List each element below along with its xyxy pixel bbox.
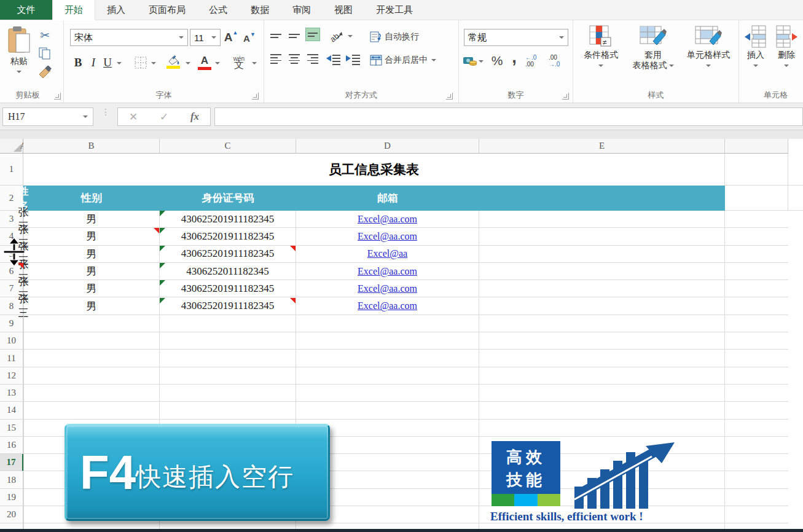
cell-D12[interactable] xyxy=(296,367,479,385)
font-name-combobox[interactable]: 宋体 xyxy=(70,29,188,46)
number-dialog-launcher[interactable] xyxy=(562,93,569,100)
row-header-19[interactable]: 19 xyxy=(0,489,23,506)
cell-F10[interactable] xyxy=(725,332,788,350)
cell-E4[interactable] xyxy=(479,228,725,245)
cell-D7[interactable]: Excel@aa.com xyxy=(296,280,479,297)
ribbon-tab-5[interactable]: 审阅 xyxy=(281,0,323,20)
accounting-caret[interactable] xyxy=(479,60,484,63)
cell-C4[interactable]: 430625201911182345 xyxy=(160,228,296,245)
cell-C6[interactable]: 4306252011182345 xyxy=(160,263,296,280)
cell-title-merged[interactable]: 员工信息采集表 xyxy=(23,154,725,186)
cell-E12[interactable] xyxy=(479,367,725,385)
cell-E5[interactable] xyxy=(479,246,725,263)
cell-C10[interactable] xyxy=(160,332,296,350)
paste-dropdown-caret[interactable] xyxy=(17,71,22,73)
italic-button[interactable]: I xyxy=(87,55,100,71)
cell-styles-button[interactable]: 单元格样式 xyxy=(680,25,737,70)
cell-D10[interactable] xyxy=(296,332,479,350)
number-format-combobox[interactable]: 常规 xyxy=(464,29,568,46)
decrease-font-size-button[interactable]: A▼ xyxy=(241,30,258,46)
cell-B13[interactable] xyxy=(23,385,160,402)
increase-indent-button[interactable] xyxy=(344,52,362,67)
ribbon-tab-6[interactable]: 视图 xyxy=(323,0,364,20)
cell-D9[interactable] xyxy=(296,315,479,332)
row-header-10[interactable]: 10 xyxy=(0,332,23,350)
cell-F12[interactable] xyxy=(725,367,788,385)
cell-C3[interactable]: 430625201911182345 xyxy=(160,211,296,228)
ribbon-tab-2[interactable]: 页面布局 xyxy=(137,0,197,20)
name-box-caret[interactable] xyxy=(83,115,88,118)
conditional-formatting-button[interactable]: ≠ 条件格式 xyxy=(576,25,626,70)
insert-function-button[interactable]: fx xyxy=(190,111,199,123)
font-dialog-launcher[interactable] xyxy=(252,93,259,100)
row-header-18[interactable]: 18 xyxy=(0,472,23,489)
cell-F13[interactable] xyxy=(725,385,788,402)
row-header-15[interactable]: 15 xyxy=(0,420,23,437)
column-header-C[interactable]: C xyxy=(160,139,296,154)
cell-F11[interactable] xyxy=(725,350,788,367)
row-header-1[interactable]: 1 xyxy=(0,154,23,186)
cell-styles-caret[interactable] xyxy=(706,65,711,67)
cell-D14[interactable] xyxy=(296,402,479,419)
cell-D6[interactable]: Excel@aa.com xyxy=(296,263,479,280)
cell-F18[interactable] xyxy=(725,472,788,489)
cell-D13[interactable] xyxy=(296,385,479,402)
cell-C11[interactable] xyxy=(160,350,296,367)
column-header-partial[interactable] xyxy=(725,139,788,154)
cell-B5[interactable]: 男 xyxy=(23,246,160,263)
cell-F6[interactable] xyxy=(725,263,788,280)
ribbon-tab-0[interactable]: 开始 xyxy=(52,0,95,20)
cell-B7[interactable]: 男 xyxy=(23,280,160,297)
underline-caret[interactable] xyxy=(117,62,122,65)
borders-caret[interactable] xyxy=(151,62,156,65)
formula-input[interactable] xyxy=(214,108,803,126)
conditional-formatting-caret[interactable] xyxy=(598,65,603,67)
cell-B9[interactable] xyxy=(23,315,160,332)
font-size-combobox[interactable]: 11 xyxy=(190,29,221,46)
cell-E10[interactable] xyxy=(479,332,725,350)
delete-cells-button[interactable]: 删除 xyxy=(772,25,801,70)
cell-F20[interactable] xyxy=(725,506,788,523)
column-header-D[interactable]: D xyxy=(296,139,479,154)
cell-E9[interactable] xyxy=(479,315,725,332)
delete-cells-caret[interactable] xyxy=(784,65,789,67)
cancel-button[interactable]: ✕ xyxy=(129,111,138,123)
cell-B14[interactable] xyxy=(23,402,160,419)
column-header-E[interactable]: E xyxy=(479,139,725,154)
cell-F15[interactable] xyxy=(725,420,788,437)
cell-C12[interactable] xyxy=(160,367,296,385)
cell-C7[interactable]: 430625201911182345 xyxy=(160,280,296,297)
cell-F14[interactable] xyxy=(725,402,788,419)
cell-C5[interactable]: 430625201911182345 xyxy=(160,246,296,263)
row-header-20[interactable]: 20 xyxy=(0,506,23,523)
align-right-button[interactable] xyxy=(305,52,320,66)
cell-E1[interactable] xyxy=(725,154,788,186)
column-header-B[interactable]: B xyxy=(23,139,160,154)
header-cell-2[interactable]: 身份证号码 xyxy=(160,186,296,211)
row-header-14[interactable]: 14 xyxy=(0,402,23,419)
cut-button[interactable]: ✂ xyxy=(36,28,54,42)
ribbon-tab-3[interactable]: 公式 xyxy=(197,0,239,20)
cell-E7[interactable] xyxy=(479,280,725,297)
format-as-table-button[interactable]: 套用 表格格式 xyxy=(627,25,679,71)
enter-button[interactable]: ✓ xyxy=(160,111,168,123)
fill-color-button[interactable] xyxy=(163,53,183,71)
cell-B8[interactable]: 男 xyxy=(23,298,160,315)
ribbon-tab-1[interactable]: 插入 xyxy=(95,0,137,20)
phonetic-caret[interactable] xyxy=(252,62,257,65)
row-header-17[interactable]: 17 xyxy=(0,454,23,471)
borders-button[interactable] xyxy=(133,55,149,71)
cell-C13[interactable] xyxy=(160,385,296,402)
fill-color-caret[interactable] xyxy=(186,62,190,65)
align-bottom-button[interactable] xyxy=(305,28,320,41)
increase-decimal-button[interactable]: ←.0 .00 xyxy=(525,52,546,69)
align-left-button[interactable] xyxy=(268,52,283,66)
name-box[interactable]: H17 xyxy=(2,108,93,126)
cell-C14[interactable] xyxy=(160,402,296,419)
cell-E8[interactable] xyxy=(479,298,725,315)
header-cell-3[interactable]: 邮箱 xyxy=(296,186,479,211)
cell-E15[interactable] xyxy=(479,420,725,437)
decrease-decimal-button[interactable]: .00 →.0 xyxy=(549,52,570,69)
row-header-13[interactable]: 13 xyxy=(0,385,23,402)
row-header-11[interactable]: 11 xyxy=(0,350,23,367)
